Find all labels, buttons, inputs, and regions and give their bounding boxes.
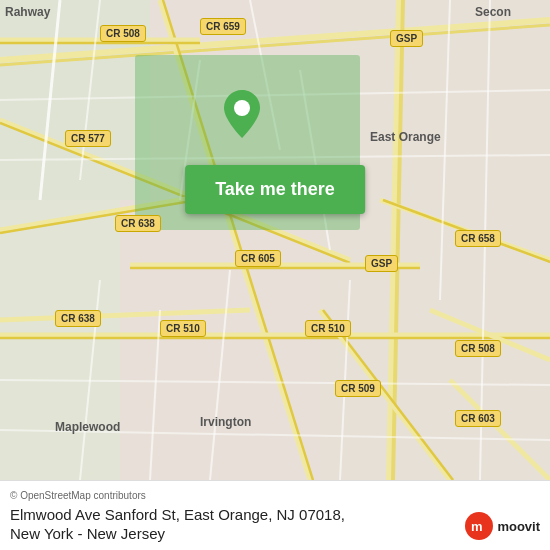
- map-container: CR 508CR 659GSPCR 577CR 638CR 638CR 605G…: [0, 0, 550, 480]
- road-label-cr-659: CR 659: [200, 18, 246, 35]
- area-label-east-orange: East Orange: [370, 130, 441, 144]
- svg-point-43: [234, 100, 250, 116]
- road-label-cr-510-left: CR 510: [160, 320, 206, 337]
- map-pin: [224, 90, 260, 134]
- road-label-cr-638-mid: CR 638: [115, 215, 161, 232]
- svg-text:m: m: [471, 519, 483, 534]
- moovit-icon: m: [465, 512, 493, 540]
- area-label-second-label: Secon: [475, 5, 511, 19]
- moovit-text: moovit: [497, 519, 540, 534]
- road-label-cr-577: CR 577: [65, 130, 111, 147]
- road-label-cr-508-right: CR 508: [455, 340, 501, 357]
- road-label-cr-603: CR 603: [455, 410, 501, 427]
- address-line1: Elmwood Ave Sanford St, East Orange, NJ …: [10, 505, 540, 544]
- take-me-there-button[interactable]: Take me there: [185, 165, 365, 214]
- area-label-irvington: Irvington: [200, 415, 251, 429]
- bottom-bar: © OpenStreetMap contributors Elmwood Ave…: [0, 480, 550, 550]
- area-label-rahway-label: Rahway: [5, 5, 50, 19]
- area-label-maplewood: Maplewood: [55, 420, 120, 434]
- road-label-cr-605: CR 605: [235, 250, 281, 267]
- moovit-logo: m moovit: [465, 512, 540, 540]
- road-label-cr-638-low: CR 638: [55, 310, 101, 327]
- attribution-text: © OpenStreetMap contributors: [10, 490, 540, 501]
- road-label-gsp-mid: GSP: [365, 255, 398, 272]
- road-label-cr-510-right: CR 510: [305, 320, 351, 337]
- road-label-cr-509: CR 509: [335, 380, 381, 397]
- road-label-cr-508-top: CR 508: [100, 25, 146, 42]
- road-label-cr-658: CR 658: [455, 230, 501, 247]
- road-label-gsp-top: GSP: [390, 30, 423, 47]
- svg-rect-2: [0, 200, 120, 480]
